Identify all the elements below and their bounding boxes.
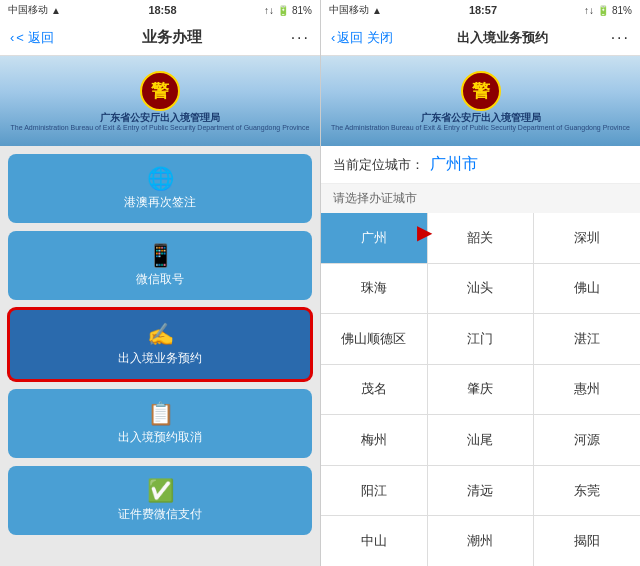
location-label: 当前定位城市： bbox=[333, 156, 424, 174]
left-content-area: 🌐 港澳再次签注 📱 微信取号 ✍️ 出入境业务预约 📋 出入境预约取消 ✅ 证… bbox=[0, 146, 320, 566]
city-cell-zhaoqing[interactable]: 肇庆 bbox=[428, 365, 534, 415]
menu-item-cancel-appt[interactable]: 📋 出入境预约取消 bbox=[8, 389, 312, 458]
location-row: 当前定位城市： 广州市 bbox=[321, 146, 640, 184]
back-label: < 返回 bbox=[16, 29, 53, 47]
city-cell-huizhou[interactable]: 惠州 bbox=[534, 365, 640, 415]
write-icon: ✍️ bbox=[147, 322, 174, 348]
city-cell-heyuan[interactable]: 河源 bbox=[534, 415, 640, 465]
status-time: 18:58 bbox=[148, 4, 176, 16]
phone-icon: 📱 bbox=[147, 243, 174, 269]
left-status-bar: 中国移动 ▲ 18:58 ↑↓ 🔋 81% bbox=[0, 0, 320, 20]
left-header-logo: 警 广东省公安厅出入境管理局 The Administration Bureau… bbox=[0, 56, 320, 146]
status-right: ↑↓ 🔋 81% bbox=[264, 5, 312, 16]
city-cell-shanwei[interactable]: 汕尾 bbox=[428, 415, 534, 465]
wifi-icon: ▲ bbox=[51, 5, 61, 16]
menu-label-wechat-num: 微信取号 bbox=[136, 271, 184, 288]
city-cell-foshan[interactable]: 佛山 bbox=[534, 264, 640, 314]
battery-pct: 81% bbox=[292, 5, 312, 16]
selection-arrow-icon: ▶ bbox=[417, 220, 432, 244]
battery-icon: 🔋 bbox=[277, 5, 289, 16]
signal-icon: ↑↓ bbox=[264, 5, 274, 16]
city-cell-zhanjiang[interactable]: 湛江 bbox=[534, 314, 640, 364]
menu-item-hk-resign[interactable]: 🌐 港澳再次签注 bbox=[8, 154, 312, 223]
cancel-icon: 📋 bbox=[147, 401, 174, 427]
police-emblem-icon: 警 bbox=[140, 71, 180, 111]
right-nav-title: 出入境业务预约 bbox=[457, 29, 548, 47]
right-status-left: 中国移动 ▲ bbox=[329, 3, 382, 17]
city-cell-foshan_shunde[interactable]: 佛山顺德区 bbox=[321, 314, 427, 364]
right-phone-panel: 中国移动 ▲ 18:57 ↑↓ 🔋 81% ‹ 返回 关闭 出入境业务预约 ··… bbox=[320, 0, 640, 566]
org-name-right: 广东省公安厅出入境管理局 bbox=[421, 111, 541, 124]
left-back-button[interactable]: ‹ < 返回 bbox=[10, 29, 54, 47]
right-back-chevron-icon: ‹ bbox=[331, 30, 335, 45]
menu-label-hk-resign: 港澳再次签注 bbox=[124, 194, 196, 211]
city-cell-zhongshan[interactable]: 中山 bbox=[321, 516, 427, 566]
org-subtext-left: The Administration Bureau of Exit & Entr… bbox=[11, 124, 310, 131]
carrier-label: 中国移动 bbox=[8, 3, 48, 17]
left-nav-title: 业务办理 bbox=[142, 28, 202, 47]
right-police-emblem-icon: 警 bbox=[461, 71, 501, 111]
city-cell-guangzhou[interactable]: 广州 bbox=[321, 213, 427, 263]
back-chevron-icon: ‹ bbox=[10, 30, 14, 45]
right-close-button[interactable]: 关闭 bbox=[367, 29, 393, 47]
right-more-button[interactable]: ··· bbox=[611, 29, 630, 47]
right-status-bar: 中国移动 ▲ 18:57 ↑↓ 🔋 81% bbox=[321, 0, 640, 20]
city-cell-jieyang[interactable]: 揭阳 bbox=[534, 516, 640, 566]
select-city-title: 请选择办证城市 bbox=[321, 184, 640, 213]
right-battery-icon: 🔋 bbox=[597, 5, 609, 16]
left-more-button[interactable]: ··· bbox=[291, 29, 310, 47]
right-status-time: 18:57 bbox=[469, 4, 497, 16]
location-value: 广州市 bbox=[430, 154, 478, 175]
city-cell-shaoguan[interactable]: 韶关 bbox=[428, 213, 534, 263]
right-back-label: 返回 bbox=[337, 29, 363, 47]
left-phone-panel: 中国移动 ▲ 18:58 ↑↓ 🔋 81% ‹ < 返回 业务办理 ··· 警 … bbox=[0, 0, 320, 566]
right-wifi-icon: ▲ bbox=[372, 5, 382, 16]
right-battery-pct: 81% bbox=[612, 5, 632, 16]
right-signal-icon: ↑↓ bbox=[584, 5, 594, 16]
menu-item-wechat-num[interactable]: 📱 微信取号 bbox=[8, 231, 312, 300]
city-cell-shantou[interactable]: 汕头 bbox=[428, 264, 534, 314]
globe-icon: 🌐 bbox=[147, 166, 174, 192]
city-cell-zhuhai[interactable]: 珠海 bbox=[321, 264, 427, 314]
right-content: 当前定位城市： 广州市 请选择办证城市 广州韶关深圳珠海汕头佛山佛山顺德区江门湛… bbox=[321, 146, 640, 566]
menu-item-cert-pay[interactable]: ✅ 证件费微信支付 bbox=[8, 466, 312, 535]
right-back-button[interactable]: ‹ 返回 bbox=[331, 29, 363, 47]
menu-label-cert-pay: 证件费微信支付 bbox=[118, 506, 202, 523]
city-grid: 广州韶关深圳珠海汕头佛山佛山顺德区江门湛江茂名肇庆惠州梅州汕尾河源阳江清远东莞中… bbox=[321, 213, 640, 566]
right-header-logo: 警 广东省公安厅出入境管理局 The Administration Bureau… bbox=[321, 56, 640, 146]
right-status-right: ↑↓ 🔋 81% bbox=[584, 5, 632, 16]
org-name-left: 广东省公安厅出入境管理局 bbox=[100, 111, 220, 124]
status-left: 中国移动 ▲ bbox=[8, 3, 61, 17]
menu-list: 🌐 港澳再次签注 📱 微信取号 ✍️ 出入境业务预约 📋 出入境预约取消 ✅ 证… bbox=[0, 146, 320, 543]
city-cell-yangjiang[interactable]: 阳江 bbox=[321, 466, 427, 516]
menu-item-exit-entry-appt[interactable]: ✍️ 出入境业务预约 bbox=[8, 308, 312, 381]
city-cell-maoming[interactable]: 茂名 bbox=[321, 365, 427, 415]
menu-label-exit-entry-appt: 出入境业务预约 bbox=[118, 350, 202, 367]
city-cell-dongguan[interactable]: 东莞 bbox=[534, 466, 640, 516]
city-cell-chaozhou[interactable]: 潮州 bbox=[428, 516, 534, 566]
menu-label-cancel-appt: 出入境预约取消 bbox=[118, 429, 202, 446]
check-icon: ✅ bbox=[147, 478, 174, 504]
city-cell-shenzhen[interactable]: 深圳 bbox=[534, 213, 640, 263]
left-nav-bar: ‹ < 返回 业务办理 ··· bbox=[0, 20, 320, 56]
city-cell-meizhou[interactable]: 梅州 bbox=[321, 415, 427, 465]
city-cell-qingyuan[interactable]: 清远 bbox=[428, 466, 534, 516]
right-carrier-label: 中国移动 bbox=[329, 3, 369, 17]
city-cell-jiangmen[interactable]: 江门 bbox=[428, 314, 534, 364]
org-subtext-right: The Administration Bureau of Exit & Entr… bbox=[331, 124, 630, 131]
right-nav-bar: ‹ 返回 关闭 出入境业务预约 ··· bbox=[321, 20, 640, 56]
